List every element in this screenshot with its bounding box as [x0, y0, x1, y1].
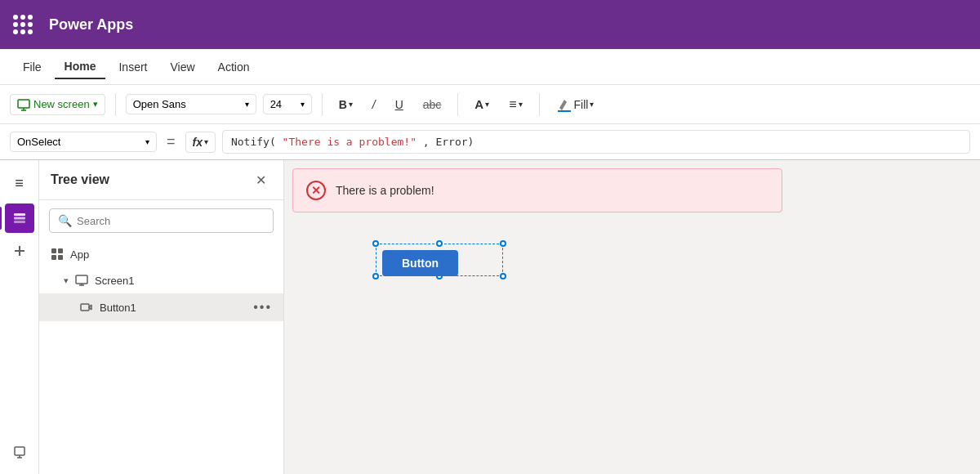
add-icon: [11, 243, 28, 259]
italic-button[interactable]: /: [366, 95, 382, 114]
toolbar: New screen ▾ Open Sans ▾ 24 ▾ B ▾ / U ab…: [0, 85, 980, 124]
fill-chevron-icon: ▾: [590, 100, 594, 109]
app-title: Power Apps: [49, 16, 133, 34]
new-screen-icon: [17, 98, 30, 111]
bold-chevron-icon: ▾: [349, 100, 353, 109]
equals-sign: =: [163, 133, 179, 150]
fx-chevron-icon: ▾: [204, 137, 208, 146]
separator-1: [115, 93, 116, 116]
formula-input[interactable]: Notify( "There is a problem!" , Error): [222, 130, 970, 154]
svg-rect-15: [58, 255, 63, 260]
sidebar-item-add[interactable]: [5, 236, 34, 266]
svg-rect-16: [76, 275, 87, 284]
tree-item-screen1[interactable]: ▾ Screen1: [39, 267, 283, 293]
align-icon: ≡: [509, 97, 516, 112]
font-name: Open Sans: [133, 98, 186, 110]
handle-br[interactable]: [500, 273, 506, 279]
separator-4: [539, 93, 540, 116]
fx-button[interactable]: fx ▾: [185, 132, 216, 153]
property-selector[interactable]: OnSelect ▾: [10, 132, 157, 152]
separator-2: [322, 93, 323, 116]
new-screen-chevron[interactable]: ▾: [93, 99, 98, 110]
font-selector[interactable]: Open Sans ▾: [126, 94, 256, 114]
fill-icon: [556, 96, 572, 113]
menu-bar: File Home Insert View Action: [0, 49, 980, 85]
handle-bl[interactable]: [372, 273, 379, 279]
svg-rect-4: [14, 213, 25, 216]
property-value: OnSelect: [17, 136, 60, 148]
handle-tl[interactable]: [372, 240, 379, 247]
tree-close-button[interactable]: ✕: [249, 168, 272, 191]
fill-button[interactable]: Fill ▾: [550, 93, 601, 116]
tree-item-more-button[interactable]: •••: [253, 300, 272, 315]
align-chevron-icon: ▾: [519, 100, 523, 109]
hamburger-icon: ≡: [15, 175, 24, 192]
formula-string: "There is a problem!": [283, 136, 416, 148]
app-grid-icon[interactable]: [13, 15, 33, 34]
canvas-button[interactable]: Button: [382, 250, 458, 276]
formula-bar: OnSelect ▾ = fx ▾ Notify( "There is a pr…: [0, 124, 980, 160]
font-size-value: 24: [270, 98, 282, 110]
font-size-selector[interactable]: 24 ▾: [263, 94, 312, 114]
notification-toast: ✕ There is a problem!: [292, 168, 782, 212]
handle-tr[interactable]: [500, 240, 506, 247]
notification-message: There is a problem!: [336, 184, 434, 197]
svg-rect-5: [14, 217, 25, 220]
handle-tm[interactable]: [436, 240, 443, 247]
underline-button[interactable]: U: [389, 95, 410, 114]
sidebar-item-layers[interactable]: [5, 203, 34, 233]
svg-rect-9: [15, 447, 24, 455]
bold-button[interactable]: B ▾: [332, 95, 359, 114]
tree-panel: Tree view ✕ 🔍 App ▾ Screen1: [39, 160, 284, 474]
formula-suffix: , Error): [416, 136, 474, 148]
new-screen-label: New screen: [33, 98, 90, 110]
svg-rect-6: [14, 221, 25, 223]
menu-view[interactable]: View: [160, 56, 204, 78]
top-bar: Power Apps: [0, 0, 980, 49]
screen-tree-icon: [75, 274, 88, 287]
button-tree-icon: [80, 301, 93, 314]
screen-chevron-icon: ▾: [64, 275, 69, 286]
app-tree-icon: [51, 248, 64, 261]
formula-prefix: Notify(: [231, 136, 283, 148]
search-box[interactable]: 🔍: [49, 208, 274, 233]
strikethrough-button[interactable]: abc: [416, 95, 448, 114]
svg-rect-14: [51, 255, 56, 260]
canvas-area[interactable]: ✕ There is a problem! Button: [284, 160, 980, 474]
tree-view-title: Tree view: [51, 172, 109, 187]
menu-file[interactable]: File: [13, 56, 51, 78]
layers-icon: [11, 210, 28, 226]
error-circle-icon: ✕: [306, 181, 326, 200]
font-color-chevron-icon: ▾: [485, 100, 489, 109]
tree-header: Tree view ✕: [39, 160, 283, 200]
tree-item-button1[interactable]: Button1 •••: [39, 293, 283, 321]
font-chevron-icon: ▾: [245, 100, 249, 109]
svg-rect-19: [81, 304, 89, 311]
new-screen-button[interactable]: New screen ▾: [10, 94, 105, 115]
sidebar-item-device[interactable]: [5, 438, 34, 467]
separator-3: [457, 93, 458, 116]
menu-action[interactable]: Action: [208, 56, 260, 78]
hamburger-menu[interactable]: ≡: [3, 167, 35, 200]
menu-home[interactable]: Home: [55, 55, 106, 79]
tree-item-app-label: App: [70, 248, 272, 261]
main-content: ≡ Tree view ✕: [0, 160, 980, 474]
svg-rect-3: [558, 110, 571, 112]
search-icon: 🔍: [58, 214, 72, 227]
menu-insert[interactable]: Insert: [109, 56, 157, 78]
tree-item-screen1-label: Screen1: [95, 275, 272, 287]
tree-item-app[interactable]: App: [39, 241, 283, 267]
svg-rect-12: [51, 248, 56, 253]
tree-item-button1-label: Button1: [100, 302, 247, 314]
search-input[interactable]: [77, 215, 265, 227]
align-button[interactable]: ≡ ▾: [502, 94, 528, 115]
font-color-button[interactable]: A ▾: [468, 94, 496, 114]
font-size-chevron-icon: ▾: [301, 100, 305, 109]
svg-rect-13: [58, 248, 63, 253]
fx-label: fx: [193, 136, 203, 149]
sidebar-icons: ≡: [0, 160, 39, 474]
svg-rect-0: [18, 100, 29, 108]
device-icon: [11, 445, 28, 461]
property-chevron-icon: ▾: [145, 137, 149, 146]
font-color-icon: A: [474, 97, 483, 111]
